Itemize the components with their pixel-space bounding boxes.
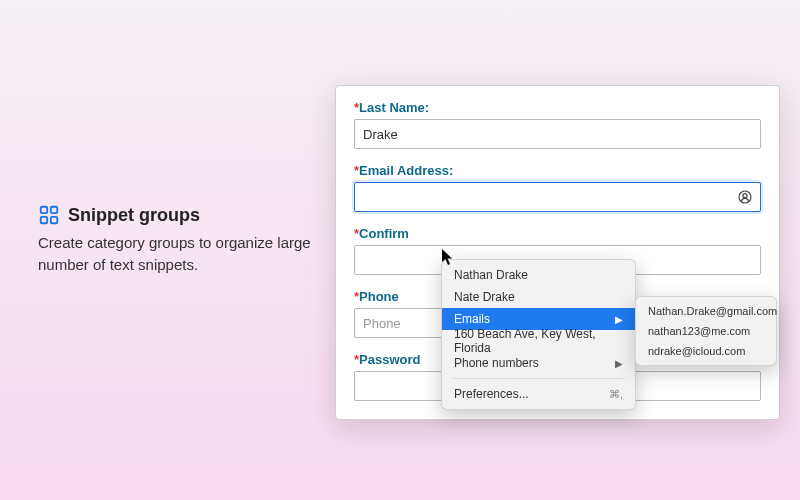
feature-title: Snippet groups xyxy=(68,205,200,226)
email-label: *Email Address: xyxy=(354,163,761,178)
svg-rect-0 xyxy=(41,207,47,213)
menu-item-preferences[interactable]: Preferences... ⌘, xyxy=(442,383,635,405)
menu-item-nate-drake[interactable]: Nate Drake xyxy=(442,286,635,308)
submenu-item-email2[interactable]: nathan123@me.com xyxy=(636,321,776,341)
svg-rect-2 xyxy=(41,217,47,223)
grid-icon xyxy=(38,204,60,226)
svg-rect-1 xyxy=(51,207,57,213)
emails-submenu[interactable]: Nathan.Drake@gmail.com nathan123@me.com … xyxy=(635,296,777,366)
menu-separator xyxy=(452,378,625,379)
menu-item-address[interactable]: 160 Beach Ave, Key West, Florida xyxy=(442,330,635,352)
menu-item-nathan-drake[interactable]: Nathan Drake xyxy=(442,264,635,286)
snippet-menu[interactable]: Nathan Drake Nate Drake Emails ▶ 160 Bea… xyxy=(441,259,636,410)
lastname-input[interactable] xyxy=(354,119,761,149)
svg-point-5 xyxy=(743,194,747,198)
feature-description: Create category groups to organize large… xyxy=(38,232,338,276)
form-panel: *Last Name: *Email Address: *Confirm *Ph… xyxy=(335,85,780,420)
email-input[interactable] xyxy=(354,182,761,212)
svg-point-4 xyxy=(739,191,751,203)
feature-block: Snippet groups Create category groups to… xyxy=(38,204,338,276)
submenu-item-email3[interactable]: ndrake@icloud.com xyxy=(636,341,776,361)
svg-rect-3 xyxy=(51,217,57,223)
lastname-label: *Last Name: xyxy=(354,100,761,115)
shortcut-label: ⌘, xyxy=(609,388,623,401)
contact-icon[interactable] xyxy=(737,189,753,205)
chevron-right-icon: ▶ xyxy=(615,314,623,325)
submenu-item-email1[interactable]: Nathan.Drake@gmail.com xyxy=(636,301,776,321)
menu-item-phone-numbers[interactable]: Phone numbers ▶ xyxy=(442,352,635,374)
chevron-right-icon: ▶ xyxy=(615,358,623,369)
confirm-label: *Confirm xyxy=(354,226,761,241)
